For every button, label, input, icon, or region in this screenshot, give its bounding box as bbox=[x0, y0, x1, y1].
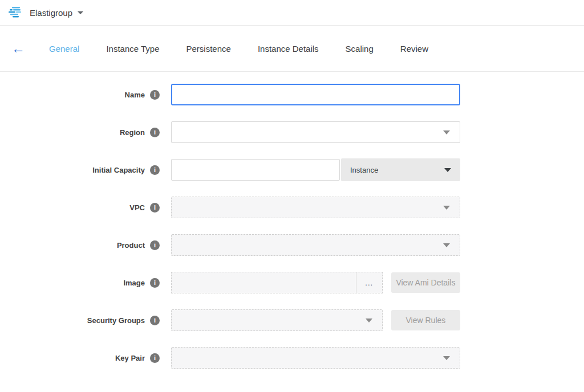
capacity-unit-value: Instance bbox=[350, 166, 378, 174]
security-groups-select bbox=[171, 309, 383, 331]
vpc-select bbox=[171, 197, 460, 218]
tab-general[interactable]: General bbox=[49, 44, 79, 54]
image-value bbox=[172, 272, 356, 293]
key-pair-info-icon[interactable]: i bbox=[150, 353, 160, 363]
form-row-product: Product i bbox=[0, 234, 584, 256]
form-row-security-groups: Security Groups i View Rules bbox=[0, 309, 584, 331]
wizard-tab-bar: ← General Instance Type Persistence Inst… bbox=[0, 26, 584, 72]
image-browse-button[interactable]: ... bbox=[356, 272, 382, 293]
chevron-down-icon bbox=[366, 318, 372, 322]
image-label: Image bbox=[123, 279, 145, 287]
key-pair-label: Key Pair bbox=[115, 354, 145, 362]
image-info-icon[interactable]: i bbox=[150, 278, 160, 288]
elastigroup-logo-icon bbox=[8, 6, 23, 19]
tab-review[interactable]: Review bbox=[400, 44, 428, 54]
key-pair-select bbox=[171, 347, 460, 369]
name-info-icon[interactable]: i bbox=[150, 90, 160, 100]
general-form: Name i Region i Initial Capacity i Inst bbox=[0, 72, 584, 369]
back-arrow-icon[interactable]: ← bbox=[11, 42, 25, 55]
region-info-icon[interactable]: i bbox=[150, 128, 160, 137]
app-header: Elastigroup bbox=[0, 0, 584, 26]
form-row-image: Image i ... View Ami Details bbox=[0, 272, 584, 293]
vpc-label: VPC bbox=[129, 203, 145, 212]
form-row-region: Region i bbox=[0, 121, 584, 143]
form-row-key-pair: Key Pair i bbox=[0, 347, 584, 369]
chevron-down-icon bbox=[443, 206, 450, 210]
region-label: Region bbox=[120, 128, 145, 137]
initial-capacity-info-icon[interactable]: i bbox=[150, 165, 160, 175]
form-row-initial-capacity: Initial Capacity i Instance bbox=[0, 159, 584, 181]
app-switcher-label[interactable]: Elastigroup bbox=[30, 8, 72, 18]
app-switcher-caret-icon[interactable] bbox=[78, 11, 83, 14]
view-ami-details-button[interactable]: View Ami Details bbox=[391, 272, 460, 293]
product-select bbox=[171, 234, 460, 256]
chevron-down-icon bbox=[443, 356, 450, 360]
capacity-unit-select[interactable]: Instance bbox=[341, 158, 460, 181]
region-select[interactable] bbox=[171, 121, 460, 143]
name-label: Name bbox=[125, 91, 145, 99]
chevron-down-icon bbox=[443, 130, 450, 134]
chevron-down-icon bbox=[444, 168, 451, 172]
view-rules-button[interactable]: View Rules bbox=[391, 310, 460, 330]
security-groups-label: Security Groups bbox=[87, 316, 145, 325]
product-info-icon[interactable]: i bbox=[150, 240, 160, 250]
form-row-vpc: VPC i bbox=[0, 197, 584, 218]
image-input: ... bbox=[171, 272, 383, 293]
vpc-info-icon[interactable]: i bbox=[150, 203, 160, 213]
initial-capacity-label: Initial Capacity bbox=[92, 166, 145, 174]
form-row-name: Name i bbox=[0, 84, 584, 105]
name-input[interactable] bbox=[171, 84, 460, 105]
tab-instance-details[interactable]: Instance Details bbox=[258, 44, 319, 54]
initial-capacity-input[interactable] bbox=[171, 159, 340, 181]
tab-instance-type[interactable]: Instance Type bbox=[106, 44, 159, 54]
chevron-down-icon bbox=[443, 243, 450, 247]
product-label: Product bbox=[117, 241, 145, 250]
tab-scaling[interactable]: Scaling bbox=[346, 44, 374, 54]
security-groups-info-icon[interactable]: i bbox=[150, 316, 160, 325]
tab-persistence[interactable]: Persistence bbox=[186, 44, 231, 54]
